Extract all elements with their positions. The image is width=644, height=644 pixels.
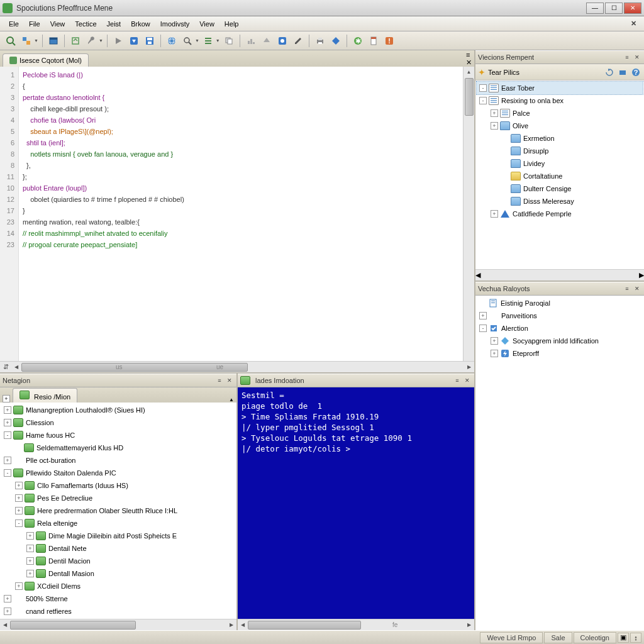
expand-toggle-icon[interactable]: + — [15, 507, 23, 514]
pane-close-icon[interactable]: ✕ — [466, 58, 472, 67]
tree-item[interactable]: +Socyapgrem inldd ldification — [477, 335, 643, 347]
expand-toggle-icon[interactable]: - — [479, 84, 487, 92]
box-blue-icon[interactable] — [275, 34, 289, 48]
tree-item[interactable]: Eistinig Paroqial — [477, 297, 643, 309]
tree-item[interactable]: Seldemattemayerid Klus HD — [1, 441, 235, 454]
tree-item[interactable]: +Dentail Nete — [1, 542, 235, 555]
tree-item[interactable]: Dulterr Censige — [477, 182, 643, 195]
expand-toggle-icon[interactable]: + — [4, 595, 11, 602]
nav-icon[interactable] — [69, 34, 82, 48]
pencil-icon[interactable] — [291, 34, 305, 48]
minimize-button[interactable]: — — [586, 3, 604, 14]
star-icon[interactable]: ✱ — [351, 34, 365, 48]
expand-toggle-icon[interactable]: - — [479, 97, 487, 104]
globe-icon[interactable] — [165, 34, 179, 48]
tree-item[interactable]: Exrmetion — [477, 132, 643, 145]
tree-item[interactable]: +Pes Ee Detrecliue — [1, 492, 235, 504]
hscroll-thumb[interactable] — [248, 621, 361, 630]
tree-item[interactable]: -Hame fuous HC — [1, 429, 235, 441]
scroll-right-icon[interactable]: ▶ — [639, 271, 644, 279]
dropdown-icon[interactable]: ▼ — [34, 38, 38, 43]
wrench-icon[interactable] — [84, 34, 98, 48]
expand-toggle-icon[interactable]: - — [4, 431, 11, 439]
scroll-up-icon[interactable]: ▲ — [229, 397, 234, 402]
puzzle-icon[interactable] — [19, 34, 33, 48]
scroll-left-icon[interactable]: ◀ — [11, 364, 21, 370]
expand-toggle-icon[interactable]: + — [4, 457, 11, 464]
pane-menu-icon[interactable]: ≡ — [623, 53, 631, 62]
chart-icon[interactable] — [244, 34, 258, 48]
pane-menu-icon[interactable]: ≡ — [453, 376, 462, 385]
expand-toggle-icon[interactable]: - — [15, 519, 23, 527]
expand-toggle-icon[interactable]: + — [491, 122, 498, 130]
tree-item[interactable]: +500% Stterne — [1, 592, 235, 605]
tree-item[interactable]: +Cliession — [1, 416, 235, 429]
copy-icon[interactable] — [222, 34, 236, 48]
editor-hscroll[interactable]: ⇵ ◀ us ue ▶ — [0, 361, 474, 372]
code-editor[interactable]: 12334568811101217231423 Peclobe iS lanad… — [0, 67, 474, 361]
scroll-right-icon[interactable]: ▶ — [226, 622, 236, 628]
tree-item[interactable]: +Catldfiede Pemprle — [477, 208, 643, 220]
tree-item[interactable]: +Palce — [477, 107, 643, 119]
menu-jeist[interactable]: Jeist — [102, 18, 126, 30]
console-output[interactable]: Sestmil = piage todlo de 1 > Time Spliam… — [238, 387, 474, 619]
tree-item[interactable]: +Panveitions — [477, 309, 643, 322]
help-icon[interactable]: ? — [630, 67, 641, 78]
expand-toggle-icon[interactable]: - — [4, 469, 11, 477]
up-icon[interactable] — [260, 34, 274, 48]
tree-item[interactable]: +Olive — [477, 119, 643, 132]
expand-toggle-icon[interactable]: + — [491, 109, 498, 117]
expand-toggle-icon[interactable]: + — [26, 545, 34, 552]
tree-item[interactable]: +Dentall Masion — [1, 567, 235, 580]
hscroll-thumb[interactable] — [10, 621, 136, 630]
tree-item[interactable]: +XCdieil Dlems — [1, 580, 235, 592]
panel-a-hscroll[interactable]: ◀ ▶ — [475, 269, 644, 280]
tree-item[interactable]: -Rela eltenige — [1, 517, 235, 530]
console-hscroll[interactable]: ◀ fe ▶ — [238, 619, 474, 630]
expand-toggle-icon[interactable]: + — [4, 419, 11, 426]
tree-item[interactable]: -Resixing to onla bex — [477, 94, 643, 107]
nav-hscroll[interactable]: ◀ ▶ — [0, 619, 236, 630]
expand-toggle-icon[interactable]: + — [4, 406, 11, 414]
tree-item[interactable]: +Dime Magie Diileibin aitd Posti Spheict… — [1, 530, 235, 542]
expand-toggle-icon[interactable]: + — [15, 582, 23, 590]
tree-item[interactable]: +Mlanangreption Louthalodl® (Siues HI) — [1, 404, 235, 416]
nav-collapse-icon[interactable]: + — [3, 395, 10, 402]
save-icon[interactable] — [143, 34, 157, 48]
expand-toggle-icon[interactable]: + — [26, 532, 34, 540]
scroll-thumb[interactable] — [465, 78, 474, 116]
expand-toggle-icon[interactable]: + — [491, 350, 498, 357]
editor-tab[interactable]: Isesce Cqotort (Mol) — [3, 53, 89, 67]
nav-tab[interactable]: Resio /Mion — [13, 388, 77, 402]
hscroll-toggle-icon[interactable]: ⇵ — [0, 363, 11, 371]
scroll-left-icon[interactable]: ◀ — [238, 622, 248, 628]
search-icon[interactable] — [4, 34, 18, 48]
expand-toggle-icon[interactable]: + — [491, 210, 498, 218]
pane-menu-icon[interactable]: ≡ — [623, 284, 631, 293]
scroll-right-icon[interactable]: ▶ — [464, 622, 474, 628]
down-arrow-icon[interactable] — [127, 34, 141, 48]
editor-vscroll[interactable]: ▲ — [463, 67, 474, 361]
pane-close-icon[interactable]: ✕ — [633, 284, 641, 293]
tree-item[interactable]: +Dentil Macion — [1, 555, 235, 567]
window-icon[interactable] — [47, 34, 60, 48]
diamond-icon[interactable] — [329, 34, 343, 48]
menu-tectice[interactable]: Tectice — [70, 18, 101, 30]
expand-toggle-icon[interactable]: + — [4, 608, 11, 615]
tree-item[interactable]: Lividey — [477, 157, 643, 170]
tree-item[interactable]: -Alerction — [477, 322, 643, 335]
dropdown-icon[interactable]: ▼ — [195, 38, 199, 43]
menu-imodivsty[interactable]: Imodivsty — [155, 18, 194, 30]
tree-item[interactable]: +Cllo Famaflemarts (Iduus HS) — [1, 479, 235, 492]
pane-menu-icon[interactable]: ≡ — [466, 51, 472, 58]
menu-ele[interactable]: Ele — [4, 18, 24, 30]
panel-a-tree[interactable]: -Easr Tober-Resixing to onla bex+Palce+O… — [475, 80, 644, 269]
scroll-up-icon[interactable]: ▲ — [464, 67, 474, 77]
pane-menu-icon[interactable]: ≡ — [215, 376, 224, 385]
dropdown-icon[interactable]: ▼ — [216, 38, 220, 43]
expand-toggle-icon[interactable]: - — [479, 325, 487, 332]
nav-tree[interactable]: +Mlanangreption Louthalodl® (Siues HI)+C… — [0, 402, 236, 619]
expand-toggle-icon[interactable]: + — [15, 494, 23, 502]
pane-close-icon[interactable]: ✕ — [633, 53, 641, 62]
status-icon-1[interactable]: ▣ — [618, 633, 629, 643]
